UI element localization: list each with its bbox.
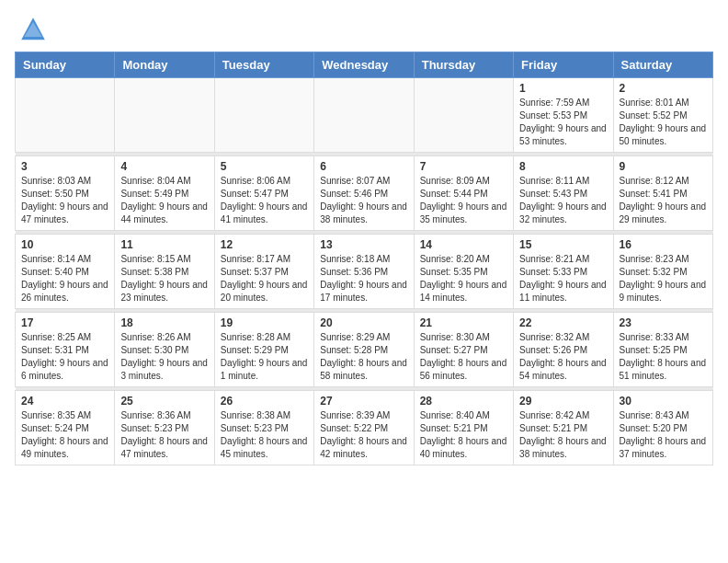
logo-icon [18,15,48,44]
calendar-cell: 10Sunrise: 8:14 AM Sunset: 5:40 PM Dayli… [16,235,115,309]
calendar-cell: 13Sunrise: 8:18 AM Sunset: 5:36 PM Dayli… [314,235,414,309]
calendar-cell: 18Sunrise: 8:26 AM Sunset: 5:30 PM Dayli… [115,313,214,387]
day-number: 24 [21,395,108,408]
col-header-tuesday: Tuesday [214,52,313,78]
logo [18,15,51,44]
calendar-cell: 24Sunrise: 8:35 AM Sunset: 5:24 PM Dayli… [16,391,115,465]
day-number: 28 [420,395,507,408]
calendar-cell: 29Sunrise: 8:42 AM Sunset: 5:21 PM Dayli… [514,391,613,465]
day-info: Sunrise: 8:20 AM Sunset: 5:35 PM Dayligh… [420,253,507,304]
day-number: 2 [620,82,707,95]
day-info: Sunrise: 8:28 AM Sunset: 5:29 PM Dayligh… [221,331,308,383]
day-info: Sunrise: 8:03 AM Sunset: 5:50 PM Dayligh… [21,175,108,226]
day-info: Sunrise: 8:29 AM Sunset: 5:28 PM Dayligh… [320,331,407,383]
day-info: Sunrise: 8:43 AM Sunset: 5:20 PM Dayligh… [620,409,707,461]
day-info: Sunrise: 8:42 AM Sunset: 5:21 PM Dayligh… [519,409,607,461]
day-info: Sunrise: 7:59 AM Sunset: 5:53 PM Dayligh… [519,97,607,148]
calendar-week-row: 10Sunrise: 8:14 AM Sunset: 5:40 PM Dayli… [16,235,713,309]
calendar-cell [314,78,414,153]
calendar-cell: 2Sunrise: 8:01 AM Sunset: 5:52 PM Daylig… [613,78,712,153]
calendar-cell: 15Sunrise: 8:21 AM Sunset: 5:33 PM Dayli… [514,235,613,309]
day-number: 29 [519,395,607,408]
day-number: 1 [519,82,607,95]
day-number: 22 [519,316,607,329]
day-info: Sunrise: 8:25 AM Sunset: 5:31 PM Dayligh… [21,331,108,383]
day-number: 30 [620,395,707,408]
col-header-sunday: Sunday [16,52,115,78]
day-info: Sunrise: 8:01 AM Sunset: 5:52 PM Dayligh… [620,97,707,148]
day-number: 10 [21,238,108,251]
calendar-cell: 14Sunrise: 8:20 AM Sunset: 5:35 PM Dayli… [414,235,513,309]
day-info: Sunrise: 8:38 AM Sunset: 5:23 PM Dayligh… [221,409,308,461]
day-number: 23 [620,316,707,329]
calendar-cell: 6Sunrise: 8:07 AM Sunset: 5:46 PM Daylig… [314,156,414,231]
calendar-wrapper: SundayMondayTuesdayWednesdayThursdayFrid… [0,52,728,473]
calendar-cell [16,78,115,153]
calendar-cell: 30Sunrise: 8:43 AM Sunset: 5:20 PM Dayli… [613,391,712,465]
calendar-cell: 1Sunrise: 7:59 AM Sunset: 5:53 PM Daylig… [514,78,613,153]
calendar-cell: 21Sunrise: 8:30 AM Sunset: 5:27 PM Dayli… [414,313,513,387]
calendar-cell: 12Sunrise: 8:17 AM Sunset: 5:37 PM Dayli… [214,235,313,309]
day-number: 18 [120,316,208,329]
day-info: Sunrise: 8:23 AM Sunset: 5:32 PM Dayligh… [620,253,707,304]
calendar-cell [214,78,313,153]
calendar-cell: 27Sunrise: 8:39 AM Sunset: 5:22 PM Dayli… [314,391,414,465]
col-header-monday: Monday [115,52,214,78]
col-header-thursday: Thursday [414,52,513,78]
day-number: 27 [320,395,407,408]
calendar-week-row: 17Sunrise: 8:25 AM Sunset: 5:31 PM Dayli… [16,313,713,387]
calendar-cell: 23Sunrise: 8:33 AM Sunset: 5:25 PM Dayli… [613,313,712,387]
calendar-week-row: 3Sunrise: 8:03 AM Sunset: 5:50 PM Daylig… [16,156,713,231]
day-info: Sunrise: 8:09 AM Sunset: 5:44 PM Dayligh… [420,175,507,226]
day-info: Sunrise: 8:14 AM Sunset: 5:40 PM Dayligh… [21,253,108,304]
day-info: Sunrise: 8:11 AM Sunset: 5:43 PM Dayligh… [519,175,607,226]
day-number: 3 [21,160,108,173]
page-header [0,0,728,52]
day-info: Sunrise: 8:40 AM Sunset: 5:21 PM Dayligh… [420,409,507,461]
calendar-cell: 20Sunrise: 8:29 AM Sunset: 5:28 PM Dayli… [314,313,414,387]
day-info: Sunrise: 8:18 AM Sunset: 5:36 PM Dayligh… [320,253,407,304]
day-number: 8 [519,160,607,173]
day-number: 6 [320,160,407,173]
day-number: 12 [221,238,308,251]
day-info: Sunrise: 8:35 AM Sunset: 5:24 PM Dayligh… [21,409,108,461]
calendar-cell [115,78,214,153]
calendar-table: SundayMondayTuesdayWednesdayThursdayFrid… [15,52,713,465]
calendar-cell: 7Sunrise: 8:09 AM Sunset: 5:44 PM Daylig… [414,156,513,231]
day-info: Sunrise: 8:39 AM Sunset: 5:22 PM Dayligh… [320,409,407,461]
day-number: 4 [120,160,208,173]
day-number: 16 [620,238,707,251]
calendar-header-row: SundayMondayTuesdayWednesdayThursdayFrid… [16,52,713,78]
calendar-cell: 25Sunrise: 8:36 AM Sunset: 5:23 PM Dayli… [115,391,214,465]
calendar-cell: 16Sunrise: 8:23 AM Sunset: 5:32 PM Dayli… [613,235,712,309]
day-number: 15 [519,238,607,251]
day-info: Sunrise: 8:12 AM Sunset: 5:41 PM Dayligh… [620,175,707,226]
calendar-cell: 26Sunrise: 8:38 AM Sunset: 5:23 PM Dayli… [214,391,313,465]
col-header-wednesday: Wednesday [314,52,414,78]
day-number: 11 [120,238,208,251]
day-info: Sunrise: 8:36 AM Sunset: 5:23 PM Dayligh… [120,409,208,461]
calendar-cell: 17Sunrise: 8:25 AM Sunset: 5:31 PM Dayli… [16,313,115,387]
calendar-cell: 8Sunrise: 8:11 AM Sunset: 5:43 PM Daylig… [514,156,613,231]
day-number: 21 [420,316,507,329]
calendar-cell: 19Sunrise: 8:28 AM Sunset: 5:29 PM Dayli… [214,313,313,387]
day-number: 9 [620,160,707,173]
day-info: Sunrise: 8:32 AM Sunset: 5:26 PM Dayligh… [519,331,607,383]
calendar-week-row: 24Sunrise: 8:35 AM Sunset: 5:24 PM Dayli… [16,391,713,465]
calendar-cell: 5Sunrise: 8:06 AM Sunset: 5:47 PM Daylig… [214,156,313,231]
day-number: 13 [320,238,407,251]
day-info: Sunrise: 8:30 AM Sunset: 5:27 PM Dayligh… [420,331,507,383]
day-number: 26 [221,395,308,408]
day-number: 20 [320,316,407,329]
day-number: 25 [120,395,208,408]
day-info: Sunrise: 8:07 AM Sunset: 5:46 PM Dayligh… [320,175,407,226]
day-number: 5 [221,160,308,173]
calendar-cell: 3Sunrise: 8:03 AM Sunset: 5:50 PM Daylig… [16,156,115,231]
day-number: 19 [221,316,308,329]
col-header-friday: Friday [514,52,613,78]
calendar-cell: 22Sunrise: 8:32 AM Sunset: 5:26 PM Dayli… [514,313,613,387]
calendar-cell: 11Sunrise: 8:15 AM Sunset: 5:38 PM Dayli… [115,235,214,309]
calendar-cell: 28Sunrise: 8:40 AM Sunset: 5:21 PM Dayli… [414,391,513,465]
calendar-cell [414,78,513,153]
day-number: 14 [420,238,507,251]
